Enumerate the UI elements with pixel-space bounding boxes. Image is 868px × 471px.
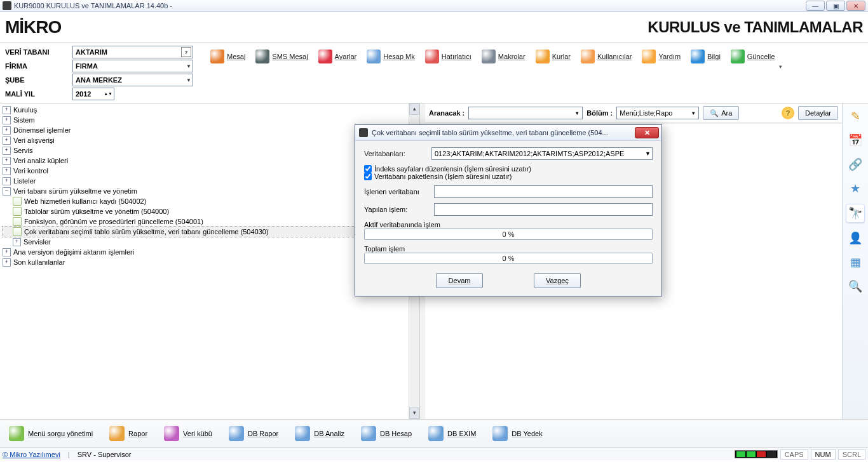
bottom-veri-kübü[interactable]: Veri kübü — [160, 425, 216, 442]
veritabani-select[interactable]: AKTARIM? — [72, 46, 193, 58]
bottom-menü-sorgu-yönetimi[interactable]: Menü sorgu yönetimi — [5, 425, 97, 442]
firma-select[interactable]: FIRMA▼ — [72, 60, 193, 72]
network-icon[interactable]: 🔗 — [846, 156, 864, 173]
tree-node[interactable]: +Kuruluş — [3, 105, 417, 115]
toolbar-kurlar[interactable]: Kurlar — [531, 48, 575, 65]
search-row: Aranacak : ▼ Bölüm : Menü;Liste;Rapo▼ 🔍A… — [425, 103, 842, 123]
sube-select[interactable]: ANA MERKEZ▼ — [72, 74, 193, 86]
tree-expander-icon[interactable]: + — [3, 177, 11, 185]
scroll-down-icon[interactable]: ▾ — [409, 408, 419, 419]
toplam-progress: 0 % — [364, 253, 653, 264]
led-indicator — [757, 451, 766, 457]
veritabanlari-label: Veritabanları: — [364, 150, 425, 157]
pencil-icon[interactable]: ✎ — [846, 107, 864, 125]
yapilan-label: Yapılan işlem: — [364, 206, 428, 213]
star-icon[interactable]: ★ — [846, 180, 864, 197]
bottom-db-analiz[interactable]: DB Analiz — [291, 425, 348, 442]
tree-expander-icon[interactable]: + — [3, 106, 11, 114]
page-icon — [13, 217, 22, 226]
status-leds — [735, 450, 778, 458]
bottom-icon — [9, 426, 24, 441]
bottom-db-exim[interactable]: DB EXIM — [424, 425, 480, 442]
binoculars-icon[interactable]: 🔭 — [846, 204, 865, 223]
indeks-checkbox[interactable]: İndeks sayfaları düzenlensin (İşlem süre… — [364, 165, 653, 173]
tree-label: Tablolar sürüm yükseltme ve yönetim (504… — [24, 208, 169, 215]
toolbar-sms-mesaj[interactable]: SMS Mesaj — [251, 48, 312, 65]
grid-icon[interactable]: ▦ — [846, 253, 864, 271]
person-icon[interactable]: 👤 — [846, 229, 864, 247]
toolbar-bilgi[interactable]: Bilgi — [686, 48, 725, 65]
scroll-up-icon[interactable]: ▴ — [409, 103, 419, 115]
toolbar-hatırlatıcı[interactable]: Hatırlatıcı — [421, 48, 476, 65]
app-icon — [3, 1, 11, 10]
toolbar-label: Mesaj — [227, 53, 245, 60]
toolbar-label: Kullanıcılar — [597, 53, 632, 60]
tree-label: Fonksiyon, görünüm ve prosedürleri günce… — [24, 218, 203, 225]
toolbar-yardım[interactable]: Yardım — [637, 48, 685, 65]
tree-expander-icon[interactable]: + — [3, 147, 11, 155]
bottom-db-hesap[interactable]: DB Hesap — [357, 425, 416, 442]
tree-expander-icon[interactable]: + — [3, 136, 11, 145]
mali-yil-select[interactable]: 2012▲▼ — [72, 88, 114, 100]
ara-button[interactable]: 🔍Ara — [703, 106, 739, 120]
toolbar-kullanıcılar[interactable]: Kullanıcılar — [576, 48, 636, 65]
aktif-progress: 0 % — [364, 229, 653, 240]
devam-button[interactable]: Devam — [436, 273, 483, 288]
toolbar-label: SMS Mesaj — [272, 53, 308, 60]
tree-label: Çok veritabanı seçimli tablo sürüm yükse… — [24, 228, 269, 236]
page-icon — [13, 207, 22, 216]
toplam-label: Toplam işlem — [364, 245, 405, 253]
paket-checkbox[interactable]: Veritabanı paketlensin (İşlem süresini u… — [364, 173, 653, 180]
tree-expander-icon[interactable]: + — [3, 258, 11, 267]
toolbar-güncelle[interactable]: Güncelle — [726, 48, 779, 65]
bolum-select[interactable]: Menü;Liste;Rapo▼ — [616, 107, 699, 119]
tree-expander-icon[interactable]: + — [3, 157, 11, 165]
toolbar-label: Yardım — [658, 53, 681, 60]
toolbar-label: Ayarlar — [335, 53, 357, 60]
close-button[interactable]: ✕ — [846, 1, 865, 11]
tree-expander-icon[interactable]: + — [13, 238, 21, 246]
tree-label: Kuruluş — [13, 106, 37, 114]
status-user: SRV - Supervisor — [78, 451, 132, 458]
bottom-label: Veri kübü — [183, 430, 212, 437]
toolbar-icon — [425, 50, 439, 63]
sube-label: ŞUBE — [5, 76, 69, 84]
bottom-rapor[interactable]: Rapor — [105, 425, 151, 442]
search-icon[interactable]: 🔍 — [846, 277, 864, 295]
led-indicator — [747, 451, 756, 457]
tree-label: Servis — [13, 147, 33, 154]
toolbar-hesap-mk[interactable]: Hesap Mk — [362, 48, 419, 65]
minimize-button[interactable]: — — [806, 1, 825, 11]
veritabanlari-select[interactable]: 0123;AKTARIM;AKTARIM2012;AKTARIMTS;ASP20… — [431, 147, 653, 160]
tree-expander-icon[interactable]: + — [3, 167, 11, 175]
bottom-db-rapor[interactable]: DB Rapor — [225, 425, 282, 442]
brand-row: MİKRO KURULUS ve TANIMLAMALAR — [0, 12, 868, 43]
tree-expander-icon[interactable]: + — [3, 248, 11, 256]
tree-expander-icon[interactable]: + — [3, 116, 11, 124]
copyright-link[interactable]: © Mikro Yazılımevi — [3, 451, 60, 458]
maximize-button[interactable]: ▣ — [826, 1, 845, 11]
toolbar-icon — [210, 50, 224, 63]
islenen-label: İşlenen veritabanı — [364, 188, 428, 196]
toolbar-label: Kurlar — [552, 53, 571, 60]
tree-expander-icon[interactable]: − — [3, 187, 11, 196]
help-icon[interactable]: ? — [782, 107, 794, 119]
vazgec-button[interactable]: Vazgeç — [534, 273, 581, 288]
led-indicator — [736, 451, 745, 457]
toolbar-makrolar[interactable]: Makrolar — [477, 48, 530, 65]
tree-expander-icon[interactable]: + — [3, 126, 11, 135]
toolbar-ayarlar[interactable]: Ayarlar — [314, 48, 362, 65]
dialog-titlebar[interactable]: Çok veritabanı seçimli tablo sürüm yükse… — [355, 125, 661, 141]
main-toolbar: MesajSMS MesajAyarlarHesap MkHatırlatıcı… — [202, 43, 868, 70]
firma-label: FİRMA — [5, 62, 69, 70]
search-input[interactable]: ▼ — [468, 107, 583, 119]
toolbar-overflow-icon[interactable]: ▾ — [779, 63, 782, 70]
detaylar-button[interactable]: Detaylar — [798, 106, 838, 120]
bottom-db-yedek[interactable]: DB Yedek — [489, 425, 546, 442]
calendar-icon[interactable]: 📅 — [846, 131, 864, 149]
window-title: KUR9000 KURULUS ve TANIMLAMALAR 14.40b - — [14, 2, 172, 10]
toolbar-icon — [318, 50, 332, 63]
tree-node[interactable]: +Sistem — [3, 115, 417, 125]
dialog-close-button[interactable]: ✕ — [635, 127, 659, 138]
toolbar-mesaj[interactable]: Mesaj — [206, 48, 250, 65]
